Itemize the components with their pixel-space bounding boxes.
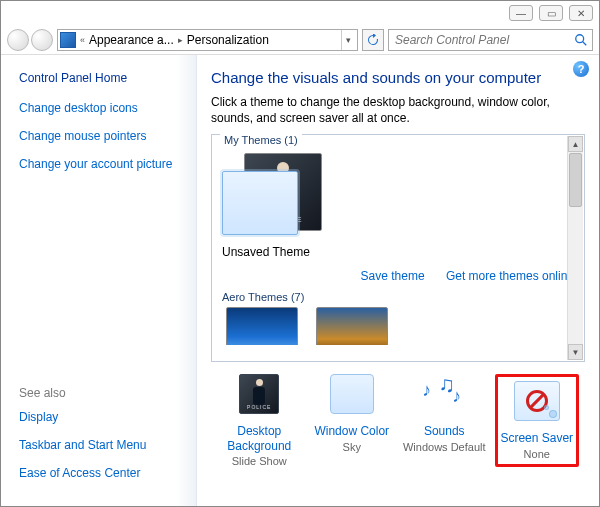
screen-saver-label: Screen Saver: [500, 431, 574, 445]
get-more-themes-link[interactable]: Get more themes online: [446, 269, 574, 283]
desktop-background-icon: [239, 374, 279, 414]
scroll-thumb[interactable]: [569, 153, 582, 207]
desktop-background-item[interactable]: Desktop Background Slide Show: [217, 374, 301, 467]
change-desktop-icons-link[interactable]: Change desktop icons: [19, 101, 184, 115]
sounds-value: Windows Default: [402, 441, 486, 453]
help-button[interactable]: ?: [573, 61, 589, 77]
chevron-left-icon: «: [80, 35, 85, 45]
chevron-right-icon: ▸: [178, 35, 183, 45]
svg-point-0: [576, 34, 584, 42]
refresh-icon: [367, 34, 379, 46]
screen-saver-item[interactable]: Screen Saver None: [495, 374, 579, 467]
close-button[interactable]: ✕: [569, 5, 593, 21]
breadcrumb-personalization[interactable]: Personalization: [187, 33, 269, 47]
my-themes-label: My Themes (1): [220, 134, 302, 146]
main-content: ? Change the visuals and sounds on your …: [197, 55, 599, 506]
breadcrumb-appearance[interactable]: Appearance a...: [89, 33, 174, 47]
change-account-picture-link[interactable]: Change your account picture: [19, 157, 184, 171]
svg-line-1: [583, 41, 587, 45]
screen-saver-value: None: [500, 448, 574, 460]
desktop-background-value: Slide Show: [217, 455, 301, 467]
refresh-button[interactable]: [362, 29, 384, 51]
window-titlebar: — ▭ ✕: [1, 1, 599, 25]
sounds-icon: ♪ ♫ ♪: [420, 374, 468, 414]
nav-back-button[interactable]: [7, 29, 29, 51]
control-panel-icon: [60, 32, 76, 48]
themes-panel: My Themes (1) Unsaved Theme Save theme: [211, 134, 585, 362]
change-mouse-pointers-link[interactable]: Change mouse pointers: [19, 129, 184, 143]
aero-theme-2[interactable]: [316, 307, 388, 345]
aero-themes-row: [212, 307, 584, 345]
page-title: Change the visuals and sounds on your co…: [211, 69, 585, 86]
maximize-button[interactable]: ▭: [539, 5, 563, 21]
screen-saver-icon: [514, 381, 560, 421]
see-also-section: See also Display Taskbar and Start Menu …: [19, 386, 184, 494]
breadcrumb-field[interactable]: « Appearance a... ▸ Personalization ▾: [57, 29, 358, 51]
minimize-button[interactable]: —: [509, 5, 533, 21]
search-icon: [574, 33, 588, 47]
save-theme-link[interactable]: Save theme: [361, 269, 425, 283]
page-description: Click a theme to change the desktop back…: [211, 94, 585, 126]
breadcrumb-dropdown-icon[interactable]: ▾: [341, 30, 355, 50]
nav-forward-button[interactable]: [31, 29, 53, 51]
control-panel-window: — ▭ ✕ « Appearance a... ▸ Personalizatio…: [0, 0, 600, 507]
sidebar: Control Panel Home Change desktop icons …: [1, 55, 197, 506]
themes-scrollbar[interactable]: ▲ ▼: [567, 136, 583, 360]
theme-label: Unsaved Theme: [222, 245, 332, 259]
theme-window-color-thumb: [222, 171, 298, 235]
control-panel-home-link[interactable]: Control Panel Home: [19, 71, 184, 85]
scroll-up-button[interactable]: ▲: [568, 136, 583, 152]
desktop-background-label: Desktop Background: [217, 424, 301, 453]
theme-unsaved[interactable]: Unsaved Theme: [222, 153, 332, 259]
window-color-value: Sky: [310, 441, 394, 453]
sounds-label: Sounds: [402, 424, 486, 438]
aero-theme-1[interactable]: [226, 307, 298, 345]
window-color-item[interactable]: Window Color Sky: [310, 374, 394, 467]
see-also-header: See also: [19, 386, 184, 400]
display-link[interactable]: Display: [19, 410, 184, 424]
address-bar: « Appearance a... ▸ Personalization ▾: [1, 25, 599, 55]
search-box[interactable]: [388, 29, 593, 51]
sounds-item[interactable]: ♪ ♫ ♪ Sounds Windows Default: [402, 374, 486, 467]
settings-row: Desktop Background Slide Show Window Col…: [211, 362, 585, 467]
window-color-icon: [330, 374, 374, 414]
window-color-label: Window Color: [310, 424, 394, 438]
taskbar-start-menu-link[interactable]: Taskbar and Start Menu: [19, 438, 184, 452]
search-input[interactable]: [393, 32, 563, 48]
ease-of-access-link[interactable]: Ease of Access Center: [19, 466, 184, 480]
aero-themes-label: Aero Themes (7): [212, 289, 584, 307]
scroll-down-button[interactable]: ▼: [568, 344, 583, 360]
